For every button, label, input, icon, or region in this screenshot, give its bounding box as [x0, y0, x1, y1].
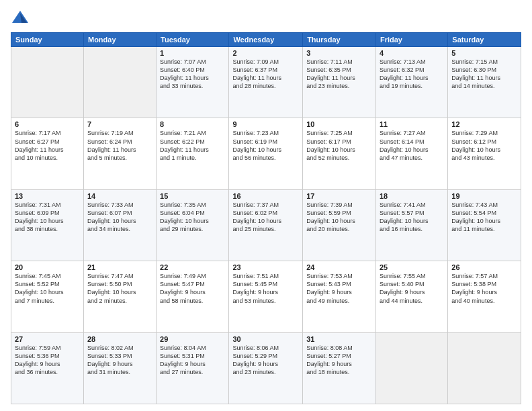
- day-cell-11: 11Sunrise: 7:27 AM Sunset: 6:14 PM Dayli…: [375, 118, 447, 189]
- day-info: Sunrise: 7:21 AM Sunset: 6:22 PM Dayligh…: [160, 129, 225, 162]
- day-number: 25: [380, 263, 444, 271]
- day-cell-20: 20Sunrise: 7:45 AM Sunset: 5:52 PM Dayli…: [11, 261, 84, 332]
- day-info: Sunrise: 7:15 AM Sunset: 6:30 PM Dayligh…: [451, 58, 517, 91]
- day-cell-31: 31Sunrise: 8:08 AM Sunset: 5:27 PM Dayli…: [303, 332, 376, 404]
- day-number: 7: [87, 120, 152, 128]
- day-number: 19: [451, 192, 517, 200]
- calendar-table: SundayMondayTuesdayWednesdayThursdayFrid…: [11, 32, 521, 404]
- day-number: 6: [15, 120, 80, 128]
- day-info: Sunrise: 7:47 AM Sunset: 5:50 PM Dayligh…: [87, 272, 152, 305]
- day-cell-2: 2Sunrise: 7:09 AM Sunset: 6:37 PM Daylig…: [229, 47, 303, 118]
- svg-marker-0: [12, 11, 28, 23]
- day-number: 14: [87, 192, 152, 200]
- day-cell-23: 23Sunrise: 7:51 AM Sunset: 5:45 PM Dayli…: [229, 261, 303, 332]
- day-number: 10: [306, 120, 372, 128]
- day-cell-28: 28Sunrise: 8:02 AM Sunset: 5:33 PM Dayli…: [83, 332, 156, 404]
- day-number: 12: [451, 120, 517, 128]
- day-info: Sunrise: 8:02 AM Sunset: 5:33 PM Dayligh…: [87, 344, 152, 377]
- day-header-friday: Friday: [375, 33, 447, 47]
- day-number: 27: [15, 335, 80, 343]
- day-cell-22: 22Sunrise: 7:49 AM Sunset: 5:47 PM Dayli…: [157, 261, 229, 332]
- day-cell-empty: [375, 332, 447, 404]
- day-info: Sunrise: 7:41 AM Sunset: 5:57 PM Dayligh…: [380, 201, 444, 234]
- header: [11, 8, 521, 27]
- day-cell-21: 21Sunrise: 7:47 AM Sunset: 5:50 PM Dayli…: [83, 261, 156, 332]
- day-number: 13: [15, 192, 80, 200]
- day-cell-10: 10Sunrise: 7:25 AM Sunset: 6:17 PM Dayli…: [303, 118, 376, 189]
- day-number: 23: [232, 263, 299, 271]
- day-info: Sunrise: 7:43 AM Sunset: 5:54 PM Dayligh…: [451, 201, 517, 234]
- day-cell-1: 1Sunrise: 7:07 AM Sunset: 6:40 PM Daylig…: [157, 47, 229, 118]
- day-info: Sunrise: 7:55 AM Sunset: 5:40 PM Dayligh…: [380, 272, 444, 305]
- day-cell-19: 19Sunrise: 7:43 AM Sunset: 5:54 PM Dayli…: [448, 189, 521, 261]
- day-cell-12: 12Sunrise: 7:29 AM Sunset: 6:12 PM Dayli…: [448, 118, 521, 189]
- day-number: 3: [306, 49, 372, 57]
- day-info: Sunrise: 8:06 AM Sunset: 5:29 PM Dayligh…: [232, 344, 299, 377]
- day-cell-27: 27Sunrise: 7:59 AM Sunset: 5:36 PM Dayli…: [11, 332, 84, 404]
- day-cell-13: 13Sunrise: 7:31 AM Sunset: 6:09 PM Dayli…: [11, 189, 84, 261]
- day-info: Sunrise: 7:57 AM Sunset: 5:38 PM Dayligh…: [451, 272, 517, 305]
- day-cell-empty: [11, 47, 84, 118]
- day-cell-24: 24Sunrise: 7:53 AM Sunset: 5:43 PM Dayli…: [303, 261, 376, 332]
- day-cell-26: 26Sunrise: 7:57 AM Sunset: 5:38 PM Dayli…: [448, 261, 521, 332]
- day-header-sunday: Sunday: [11, 33, 84, 47]
- day-info: Sunrise: 7:49 AM Sunset: 5:47 PM Dayligh…: [160, 272, 225, 305]
- day-info: Sunrise: 7:09 AM Sunset: 6:37 PM Dayligh…: [232, 58, 299, 91]
- week-row-1: 1Sunrise: 7:07 AM Sunset: 6:40 PM Daylig…: [11, 47, 521, 118]
- day-number: 9: [232, 120, 299, 128]
- day-cell-14: 14Sunrise: 7:33 AM Sunset: 6:07 PM Dayli…: [83, 189, 156, 261]
- day-number: 15: [160, 192, 225, 200]
- day-header-thursday: Thursday: [303, 33, 376, 47]
- logo-icon: [11, 8, 30, 27]
- day-header-saturday: Saturday: [448, 33, 521, 47]
- day-info: Sunrise: 7:45 AM Sunset: 5:52 PM Dayligh…: [15, 272, 80, 305]
- day-number: 28: [87, 335, 152, 343]
- day-info: Sunrise: 7:27 AM Sunset: 6:14 PM Dayligh…: [380, 129, 444, 162]
- day-info: Sunrise: 7:11 AM Sunset: 6:35 PM Dayligh…: [306, 58, 372, 91]
- page: SundayMondayTuesdayWednesdayThursdayFrid…: [0, 0, 532, 411]
- day-info: Sunrise: 7:35 AM Sunset: 6:04 PM Dayligh…: [160, 201, 225, 234]
- day-info: Sunrise: 7:17 AM Sunset: 6:27 PM Dayligh…: [15, 129, 80, 162]
- day-header-tuesday: Tuesday: [157, 33, 229, 47]
- day-number: 31: [306, 335, 372, 343]
- day-number: 18: [380, 192, 444, 200]
- day-cell-18: 18Sunrise: 7:41 AM Sunset: 5:57 PM Dayli…: [375, 189, 447, 261]
- week-row-5: 27Sunrise: 7:59 AM Sunset: 5:36 PM Dayli…: [11, 332, 521, 404]
- day-header-monday: Monday: [83, 33, 156, 47]
- day-info: Sunrise: 7:33 AM Sunset: 6:07 PM Dayligh…: [87, 201, 152, 234]
- day-info: Sunrise: 7:23 AM Sunset: 6:19 PM Dayligh…: [232, 129, 299, 162]
- day-cell-16: 16Sunrise: 7:37 AM Sunset: 6:02 PM Dayli…: [229, 189, 303, 261]
- day-number: 1: [160, 49, 225, 57]
- week-row-4: 20Sunrise: 7:45 AM Sunset: 5:52 PM Dayli…: [11, 261, 521, 332]
- day-number: 17: [306, 192, 372, 200]
- day-info: Sunrise: 7:53 AM Sunset: 5:43 PM Dayligh…: [306, 272, 372, 305]
- calendar-header-row: SundayMondayTuesdayWednesdayThursdayFrid…: [11, 33, 521, 47]
- day-info: Sunrise: 7:37 AM Sunset: 6:02 PM Dayligh…: [232, 201, 299, 234]
- day-cell-empty: [83, 47, 156, 118]
- day-cell-29: 29Sunrise: 8:04 AM Sunset: 5:31 PM Dayli…: [157, 332, 229, 404]
- day-info: Sunrise: 7:25 AM Sunset: 6:17 PM Dayligh…: [306, 129, 372, 162]
- day-cell-3: 3Sunrise: 7:11 AM Sunset: 6:35 PM Daylig…: [303, 47, 376, 118]
- day-number: 11: [380, 120, 444, 128]
- day-header-wednesday: Wednesday: [229, 33, 303, 47]
- day-cell-4: 4Sunrise: 7:13 AM Sunset: 6:32 PM Daylig…: [375, 47, 447, 118]
- week-row-2: 6Sunrise: 7:17 AM Sunset: 6:27 PM Daylig…: [11, 118, 521, 189]
- day-info: Sunrise: 7:31 AM Sunset: 6:09 PM Dayligh…: [15, 201, 80, 234]
- day-number: 26: [451, 263, 517, 271]
- day-number: 2: [232, 49, 299, 57]
- day-cell-5: 5Sunrise: 7:15 AM Sunset: 6:30 PM Daylig…: [448, 47, 521, 118]
- day-info: Sunrise: 7:59 AM Sunset: 5:36 PM Dayligh…: [15, 344, 80, 377]
- day-number: 29: [160, 335, 225, 343]
- day-number: 4: [380, 49, 444, 57]
- day-cell-15: 15Sunrise: 7:35 AM Sunset: 6:04 PM Dayli…: [157, 189, 229, 261]
- day-info: Sunrise: 8:04 AM Sunset: 5:31 PM Dayligh…: [160, 344, 225, 377]
- day-cell-empty: [448, 332, 521, 404]
- day-cell-8: 8Sunrise: 7:21 AM Sunset: 6:22 PM Daylig…: [157, 118, 229, 189]
- day-number: 21: [87, 263, 152, 271]
- day-number: 5: [451, 49, 517, 57]
- day-cell-6: 6Sunrise: 7:17 AM Sunset: 6:27 PM Daylig…: [11, 118, 84, 189]
- day-info: Sunrise: 7:39 AM Sunset: 5:59 PM Dayligh…: [306, 201, 372, 234]
- day-cell-30: 30Sunrise: 8:06 AM Sunset: 5:29 PM Dayli…: [229, 332, 303, 404]
- day-info: Sunrise: 7:19 AM Sunset: 6:24 PM Dayligh…: [87, 129, 152, 162]
- day-info: Sunrise: 7:29 AM Sunset: 6:12 PM Dayligh…: [451, 129, 517, 162]
